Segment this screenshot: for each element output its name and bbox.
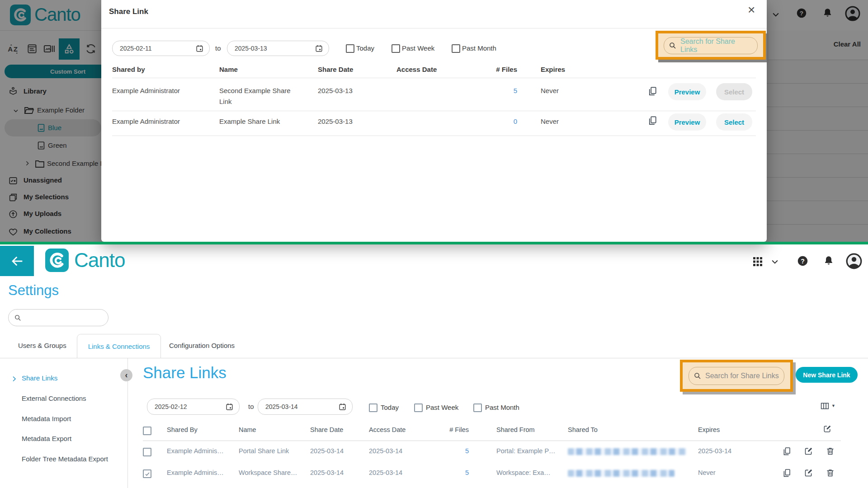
new-share-link-button[interactable]: New Share Link [796,367,858,383]
today-checkbox[interactable] [369,404,377,412]
column-header-shared-to: Shared To [568,426,598,433]
delete-icon[interactable] [826,446,835,456]
column-header-shared-by: Shared By [167,426,198,433]
share-links-search-input[interactable]: Search for Share Links [689,367,784,385]
share-link-modal: Share Link × 2025-02-11 to 2025-03-13 To… [101,0,767,242]
cell-shared-from: Portal: Example P… [496,447,564,455]
column-header-share-date: Share Date [310,426,343,433]
settings-search-input[interactable] [8,309,108,326]
back-arrow-icon [9,253,25,269]
preview-button[interactable]: Preview [668,83,706,100]
date-to-input[interactable]: 2025-03-13 [227,41,329,56]
cell-files-link[interactable]: 0 [476,116,517,127]
caret-down-icon[interactable]: ▼ [831,404,835,408]
past-week-label: Past Week [402,44,434,52]
column-header-share-date: Share Date [318,66,353,73]
tab-links-connections[interactable]: Links & Connections [77,334,161,358]
cell-files-link[interactable]: 5 [441,447,469,455]
cell-share-date: 2025-03-14 [310,447,344,455]
search-icon [14,314,22,322]
tab-users-groups[interactable]: Users & Groups [18,342,66,349]
modal-title: Share Link [109,7,148,16]
past-month-label: Past Month [485,404,519,411]
cell-access-date: 2025-03-14 [369,447,402,455]
share-links-search-input[interactable]: Search for Share Links [664,37,758,54]
table-row: Example Administrator Second Example Sha… [101,78,767,111]
date-from-input[interactable]: 2025-02-12 [147,399,240,415]
edit-icon[interactable] [804,468,813,478]
column-header-access-date: Access Date [396,66,437,73]
search-placeholder: Search for Share Links [680,38,753,54]
cell-shared-to-redacted-link[interactable] [568,448,686,455]
past-week-checkbox[interactable] [414,404,423,412]
settings-page: Canto ? Settings Users & Groups Links & … [0,244,868,488]
calendar-icon[interactable] [225,403,234,411]
copy-icon[interactable] [647,115,658,126]
cell-files-link[interactable]: 5 [476,85,517,96]
date-to-value: 2025-03-14 [265,403,298,410]
past-week-label: Past Week [426,404,458,411]
column-header-name: Name [219,66,238,73]
share-links-search-highlight: Search for Share Links [656,31,766,60]
chevron-down-icon[interactable] [770,257,779,266]
row-checkbox-checked[interactable] [143,469,151,478]
calendar-icon[interactable] [315,44,323,53]
cell-expires: Never [541,116,559,127]
calendar-icon[interactable] [195,44,204,53]
column-header-shared-from: Shared From [496,426,535,433]
cell-shared-by[interactable]: Example Adminis… [167,447,235,455]
canto-wordmark: Canto [74,249,125,272]
bell-icon[interactable] [823,255,835,267]
cell-share-date: 2025-03-14 [310,469,344,476]
date-from-input[interactable]: 2025-02-11 [112,41,210,56]
nav-item-share-links[interactable]: Share Links [22,374,57,382]
preview-button[interactable]: Preview [668,113,706,131]
past-week-checkbox[interactable] [392,44,400,53]
edit-columns-icon[interactable] [823,424,832,433]
help-icon[interactable]: ? [797,255,809,267]
cell-name: Example Share Link [219,116,310,127]
row-checkbox[interactable] [143,448,151,456]
delete-icon[interactable] [826,468,835,478]
cell-name: Second Example Share Link [219,85,298,107]
copy-icon[interactable] [647,86,658,96]
cell-share-date: 2025-03-13 [318,116,353,127]
today-checkbox[interactable] [346,44,354,53]
column-picker-icon[interactable] [820,401,830,411]
avatar[interactable] [845,253,863,270]
nav-chevron-icon [11,375,18,382]
cell-shared-to-redacted-link[interactable] [568,470,675,477]
select-button[interactable]: Select [716,83,752,100]
past-month-checkbox[interactable] [452,44,460,53]
canto-logo-icon[interactable] [45,249,69,272]
cell-shared-by[interactable]: Example Adminis… [167,469,235,476]
select-all-checkbox[interactable] [143,427,151,435]
nav-item-metadata-import[interactable]: Metadata Import [22,415,71,422]
apps-grid-icon[interactable] [752,256,763,267]
column-header-shared-by: Shared by [112,66,145,73]
cell-files-link[interactable]: 5 [441,469,469,476]
column-header-name: Name [239,426,256,433]
cell-share-date: 2025-03-13 [318,85,353,96]
column-header-access-date: Access Date [369,426,406,433]
collapse-panel-button[interactable]: ‹ [120,369,132,381]
cell-shared-from: Workspace: Exa… [496,469,564,476]
table-row: Example Administrator Example Share Link… [101,111,767,136]
search-icon [693,372,702,380]
date-to-input[interactable]: 2025-03-14 [258,399,353,415]
date-range-to-label: to [215,44,221,52]
calendar-icon[interactable] [338,403,347,411]
copy-icon[interactable] [782,446,792,456]
cell-expires: Never [698,469,716,476]
close-icon[interactable]: × [748,5,755,15]
date-to-value: 2025-03-13 [235,45,267,52]
nav-item-external-connections[interactable]: External Connections [22,394,86,402]
past-month-checkbox[interactable] [473,404,482,412]
tab-configuration-options[interactable]: Configuration Options [169,342,235,349]
edit-icon[interactable] [804,446,813,456]
select-button[interactable]: Select [716,113,752,131]
back-button[interactable] [0,246,34,276]
copy-icon[interactable] [782,468,792,478]
share-links-search-highlight: Search for Share Links [680,360,793,392]
tab-bar: Users & Groups Links & Connections Confi… [0,334,868,358]
